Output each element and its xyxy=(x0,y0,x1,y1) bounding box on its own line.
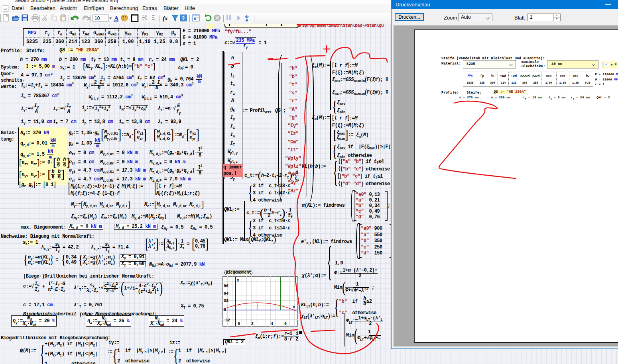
svg-text:4: 4 xyxy=(271,322,273,326)
svg-text:−32: −32 xyxy=(223,318,230,323)
svg-text:?: ? xyxy=(182,16,185,21)
svg-text:0: 0 xyxy=(238,322,240,326)
svg-text:A: A xyxy=(114,15,119,22)
svg-text:10: 10 xyxy=(94,16,100,21)
svg-text:2: 2 xyxy=(251,322,254,326)
svg-text:x: x xyxy=(293,305,295,309)
svg-text:96: 96 xyxy=(224,284,228,288)
svg-text:32: 32 xyxy=(224,299,228,303)
svg-text:64: 64 xyxy=(224,292,228,296)
svg-text:fx: fx xyxy=(163,15,168,22)
svg-text:6: 6 xyxy=(284,322,287,326)
svg-text:y: y xyxy=(237,278,239,282)
svg-text:0: 0 xyxy=(224,308,226,312)
